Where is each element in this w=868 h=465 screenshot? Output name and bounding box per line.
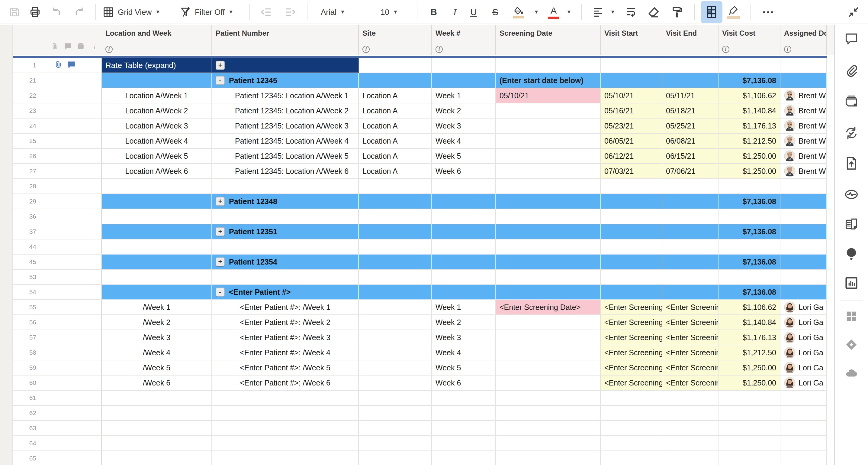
visit-end-cell[interactable]: 05/25/21 [662, 118, 718, 134]
location-week-cell[interactable]: Location A/Week 3 [102, 118, 212, 134]
row-number-cell[interactable]: 22 [13, 88, 102, 104]
visit-end-cell[interactable]: 07/06/21 [662, 164, 718, 179]
assigned-doctor-cell[interactable]: Lori Ga [780, 376, 827, 390]
empty-cell[interactable] [359, 421, 432, 436]
visit-cost-cell[interactable]: $1,176.13 [718, 118, 780, 134]
empty-cell[interactable] [601, 270, 662, 285]
empty-cell[interactable] [780, 390, 827, 406]
parent-row-cell[interactable] [432, 224, 496, 239]
patient-number-cell[interactable]: <Enter Patient #>: /Week 4 [212, 345, 359, 360]
visit-start-cell[interactable]: 05/10/21 [601, 88, 662, 104]
row-number-cell[interactable]: 27 [13, 164, 102, 179]
empty-cell[interactable] [432, 436, 496, 451]
column-header-visit-start[interactable]: Visit Start [601, 25, 662, 55]
visit-start-cell[interactable]: <Enter Screening Date> [601, 345, 662, 360]
redo-button[interactable] [71, 2, 88, 22]
parent-row-cell[interactable] [780, 285, 827, 300]
empty-cell[interactable] [718, 209, 780, 224]
patient-number-cell[interactable]: Patient 12345: Location A/Week 5 [212, 149, 359, 164]
connector-cloud-panel-button[interactable] [844, 366, 858, 381]
whats-new-balloon-panel-button[interactable] [844, 247, 858, 262]
screening-date-cell[interactable] [496, 149, 601, 164]
visit-cost-cell[interactable]: $1,212.50 [718, 345, 780, 360]
empty-cell[interactable] [102, 239, 212, 255]
column-info-icon[interactable]: i [722, 46, 730, 53]
week-number-cell[interactable]: Week 4 [432, 134, 496, 149]
empty-cell[interactable] [359, 451, 432, 465]
week-number-cell[interactable]: Week 4 [432, 345, 496, 360]
empty-cell[interactable] [662, 209, 718, 224]
visit-end-cell[interactable]: <Enter Screening Date> [662, 315, 718, 330]
parent-row-cell[interactable] [601, 73, 662, 88]
empty-cell[interactable] [780, 421, 827, 436]
location-week-cell[interactable]: Location A/Week 6 [102, 164, 212, 179]
assigned-doctor-cell[interactable]: Brent W [780, 164, 827, 179]
more-options-button[interactable]: ••• [756, 2, 781, 22]
empty-cell[interactable] [212, 270, 359, 285]
parent-row-cell[interactable] [662, 285, 718, 300]
week-number-cell[interactable]: Week 6 [432, 164, 496, 179]
empty-cell[interactable] [212, 390, 359, 406]
fill-color-dropdown[interactable]: ▼ [531, 2, 541, 22]
patient-group-cell[interactable]: +Patient 12354 [212, 255, 359, 270]
empty-cell[interactable] [102, 390, 212, 406]
screening-note-cell[interactable] [496, 224, 601, 239]
parent-row-cell[interactable] [359, 73, 432, 88]
visit-cost-cell[interactable]: $1,212.50 [718, 134, 780, 149]
row-number-cell[interactable]: 54 [13, 285, 102, 300]
site-cell[interactable] [359, 330, 432, 345]
patient-group-cell[interactable]: +Patient 12351 [212, 224, 359, 239]
parent-row-cell[interactable] [601, 255, 662, 270]
row-number-cell[interactable]: 24 [13, 118, 102, 134]
empty-cell[interactable] [601, 451, 662, 465]
parent-row-cell[interactable] [359, 285, 432, 300]
empty-cell[interactable] [432, 209, 496, 224]
update-requests-panel-button[interactable] [844, 126, 858, 141]
parent-row-cell[interactable] [102, 224, 212, 239]
empty-cell[interactable] [496, 390, 601, 406]
visit-end-cell[interactable]: 05/11/21 [662, 88, 718, 104]
proofs-panel-button[interactable] [844, 94, 858, 110]
site-cell[interactable] [359, 376, 432, 390]
parent-row-cell[interactable] [662, 194, 718, 209]
visit-cost-cell[interactable]: $1,106.62 [718, 88, 780, 104]
visit-start-cell[interactable]: <Enter Screening Date> [601, 315, 662, 330]
empty-cell[interactable] [601, 58, 662, 73]
screening-date-cell[interactable]: <Enter Screening Date> [496, 300, 601, 315]
visit-start-cell[interactable]: <Enter Screening Date> [601, 300, 662, 315]
empty-cell[interactable] [601, 209, 662, 224]
column-header-visit-cost[interactable]: Visit Costi [718, 25, 780, 55]
parent-row-cell[interactable] [359, 224, 432, 239]
comment-indicator-icon[interactable] [67, 60, 75, 70]
row-number-cell[interactable]: 26 [13, 149, 102, 164]
site-cell[interactable]: Location A [359, 164, 432, 179]
site-cell[interactable] [359, 300, 432, 315]
empty-cell[interactable] [601, 436, 662, 451]
empty-cell[interactable] [780, 451, 827, 465]
row-number-cell[interactable]: 36 [13, 209, 102, 224]
empty-cell[interactable] [662, 421, 718, 436]
location-week-cell[interactable]: Location A/Week 2 [102, 104, 212, 118]
parent-row-cell[interactable] [102, 285, 212, 300]
empty-cell[interactable] [359, 406, 432, 421]
empty-cell[interactable] [601, 406, 662, 421]
visit-end-cell[interactable]: <Enter Screening Date> [662, 376, 718, 390]
empty-cell[interactable] [359, 390, 432, 406]
visit-cost-cell[interactable]: $1,176.13 [718, 330, 780, 345]
print-button[interactable] [27, 2, 43, 22]
week-number-cell[interactable]: Week 3 [432, 118, 496, 134]
fill-color-button[interactable] [510, 2, 527, 22]
empty-cell[interactable] [662, 270, 718, 285]
visit-end-cell[interactable]: 06/08/21 [662, 134, 718, 149]
site-cell[interactable]: Location A [359, 104, 432, 118]
empty-cell[interactable] [662, 436, 718, 451]
screening-note-cell[interactable] [496, 285, 601, 300]
expand-toggle[interactable]: + [216, 197, 225, 206]
row-number-cell[interactable]: 53 [13, 270, 102, 285]
empty-cell[interactable] [601, 239, 662, 255]
parent-row-cell[interactable] [102, 73, 212, 88]
screening-date-cell[interactable] [496, 134, 601, 149]
row-number-cell[interactable]: 59 [13, 360, 102, 376]
row-number-cell[interactable]: 61 [13, 390, 102, 406]
visit-end-cell[interactable]: <Enter Screening Date> [662, 345, 718, 360]
